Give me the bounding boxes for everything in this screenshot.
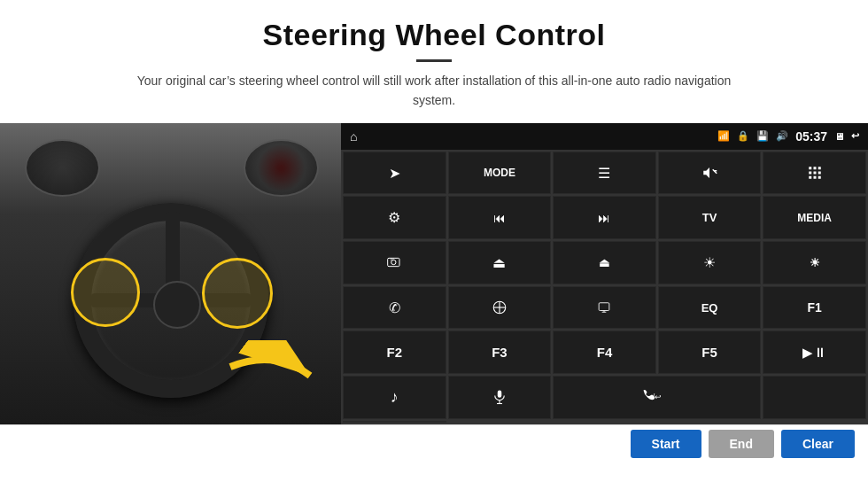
bluetooth-icon: 🔊 bbox=[776, 130, 788, 142]
page-subtitle: Your original car’s steering wheel contr… bbox=[124, 71, 744, 111]
btn-navigate[interactable]: ➤ bbox=[343, 152, 446, 195]
wifi-icon: 📶 bbox=[717, 130, 730, 142]
highlight-circle-right bbox=[202, 258, 273, 329]
btn-f3[interactable]: F3 bbox=[448, 330, 552, 374]
f5-label: F5 bbox=[701, 345, 717, 360]
android-panel: ⌂ 📶 🔒 💾 🔊 05:37 🖥 ↩ ➤ bbox=[341, 123, 868, 424]
dvd-label: ☀ bbox=[810, 256, 820, 269]
lock-icon: 🔒 bbox=[737, 130, 749, 142]
gauge-left bbox=[25, 139, 100, 197]
mic-icon bbox=[492, 389, 508, 405]
svg-rect-5 bbox=[818, 167, 820, 169]
f3-label: F3 bbox=[492, 345, 508, 360]
svg-rect-9 bbox=[809, 176, 811, 179]
btn-empty-2 bbox=[343, 421, 446, 423]
gauge-right bbox=[244, 139, 319, 197]
btn-360cam[interactable]: 360 bbox=[343, 241, 446, 284]
eject-icon: ⏏ bbox=[492, 254, 506, 271]
mode-label: MODE bbox=[484, 167, 515, 179]
media-label: MEDIA bbox=[797, 212, 832, 224]
btn-navi[interactable] bbox=[448, 286, 552, 330]
screen-icon: 🖥 bbox=[834, 131, 844, 142]
btn-f5[interactable]: F5 bbox=[658, 330, 762, 374]
bottom-bar: Start End Clear bbox=[0, 424, 868, 463]
svg-rect-7 bbox=[813, 172, 816, 175]
navi-icon bbox=[492, 299, 508, 315]
btn-dvd[interactable]: ☀ bbox=[763, 241, 866, 284]
btn-next[interactable]: ⏭ bbox=[553, 196, 656, 239]
btn-phone[interactable]: ✆ bbox=[343, 286, 446, 330]
settings-icon: ⚙ bbox=[388, 209, 400, 226]
back-icon: ↩ bbox=[851, 130, 859, 142]
sd-icon: 💾 bbox=[756, 130, 769, 142]
status-bar: ⌂ 📶 🔒 💾 🔊 05:37 🖥 ↩ bbox=[341, 123, 868, 150]
status-right: 📶 🔒 💾 🔊 05:37 🖥 ↩ bbox=[717, 129, 859, 144]
status-left: ⌂ bbox=[350, 129, 357, 144]
svg-rect-11 bbox=[818, 176, 820, 179]
title-divider bbox=[416, 59, 452, 62]
eq-label: EQ bbox=[701, 301, 718, 315]
svg-text:360: 360 bbox=[391, 258, 395, 261]
btn-eject[interactable]: ⏏ bbox=[448, 241, 552, 284]
btn-brightness[interactable]: ☀ bbox=[658, 241, 762, 284]
svg-rect-3 bbox=[809, 167, 811, 169]
svg-rect-8 bbox=[818, 172, 820, 175]
screen-off-icon bbox=[595, 301, 613, 314]
play-pause-icon: ▶⏸ bbox=[802, 345, 826, 361]
f1-label: F1 bbox=[808, 300, 822, 315]
start-button[interactable]: Start bbox=[631, 430, 701, 458]
tv-label: TV bbox=[702, 211, 717, 224]
next-icon: ⏭ bbox=[598, 211, 610, 225]
btn-mute[interactable] bbox=[658, 152, 762, 195]
btn-empty-1 bbox=[763, 376, 866, 419]
time-display: 05:37 bbox=[795, 129, 827, 144]
btn-apps[interactable] bbox=[763, 152, 866, 195]
svg-rect-4 bbox=[813, 167, 816, 169]
btn-f2[interactable]: F2 bbox=[343, 330, 446, 374]
f4-label: F4 bbox=[597, 345, 613, 360]
btn-screen-off[interactable] bbox=[553, 286, 656, 330]
mute-icon bbox=[701, 165, 717, 181]
btn-mic[interactable] bbox=[448, 376, 552, 419]
prev-icon: ⏮ bbox=[493, 211, 506, 225]
btn-media[interactable]: MEDIA bbox=[763, 196, 866, 239]
btn-menu[interactable]: ☰ bbox=[553, 152, 656, 195]
button-grid: ➤ MODE ☰ bbox=[341, 150, 868, 424]
btn-eq[interactable]: EQ bbox=[658, 286, 762, 330]
apps-icon bbox=[807, 165, 823, 181]
btn-answer-call[interactable]: /↩ bbox=[553, 376, 761, 419]
car-image-section bbox=[0, 123, 341, 424]
music-icon: ♪ bbox=[391, 388, 399, 407]
page-container: Steering Wheel Control Your original car… bbox=[0, 0, 868, 463]
brightness-icon: ☀ bbox=[703, 254, 716, 271]
svg-rect-21 bbox=[498, 391, 502, 398]
clear-button[interactable]: Clear bbox=[781, 430, 855, 458]
svg-rect-6 bbox=[809, 172, 811, 175]
highlight-circle-left bbox=[71, 258, 140, 327]
radio-label: ⏏ bbox=[599, 256, 609, 269]
btn-play-pause[interactable]: ▶⏸ bbox=[763, 330, 866, 374]
btn-radio[interactable]: ⏏ bbox=[553, 241, 656, 284]
header-section: Steering Wheel Control Your original car… bbox=[0, 0, 868, 111]
page-title: Steering Wheel Control bbox=[0, 18, 868, 52]
yellow-arrow-icon bbox=[213, 340, 328, 402]
menu-icon: ☰ bbox=[598, 165, 610, 182]
btn-prev[interactable]: ⏮ bbox=[448, 196, 552, 239]
cam-icon: 360 bbox=[384, 255, 404, 269]
navigate-icon: ➤ bbox=[389, 165, 400, 182]
content-area: ⌂ 📶 🔒 💾 🔊 05:37 🖥 ↩ ➤ bbox=[0, 123, 868, 424]
f2-label: F2 bbox=[387, 345, 403, 360]
phone-icon: ✆ bbox=[389, 299, 400, 316]
btn-mode[interactable]: MODE bbox=[448, 152, 552, 195]
end-button[interactable]: End bbox=[709, 430, 774, 458]
btn-f1[interactable]: F1 bbox=[763, 286, 866, 330]
btn-music[interactable]: ♪ bbox=[343, 376, 446, 419]
sw-center-hub bbox=[153, 281, 201, 329]
btn-f4[interactable]: F4 bbox=[553, 330, 656, 374]
btn-settings[interactable]: ⚙ bbox=[343, 196, 446, 239]
svg-text:/↩: /↩ bbox=[653, 393, 663, 401]
answer-call-icon: /↩ bbox=[641, 389, 673, 405]
btn-tv[interactable]: TV bbox=[658, 196, 762, 239]
svg-rect-10 bbox=[813, 176, 816, 179]
svg-rect-18 bbox=[600, 303, 610, 311]
